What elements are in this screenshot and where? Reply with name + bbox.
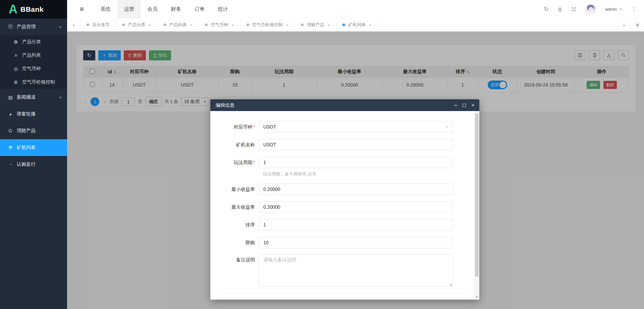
tabs-scroll-left[interactable]: ‹ <box>67 18 80 31</box>
caret-down-icon: ▼ <box>620 8 622 11</box>
tab-air-coin[interactable]: 空气币种 × <box>199 18 240 31</box>
sidebar-item-popup-carousel[interactable]: ◕ 弹窗轮播 <box>0 106 67 122</box>
nav-label: 系统 <box>101 6 111 12</box>
tabs: 后台首页 产品分类 × 产品列表 × 空气币种 × 空气币价格控制 × 理财产品… <box>80 18 617 31</box>
form-row-min-rate: 最小收益率 <box>217 184 468 195</box>
sidebar-item-label: 空气币价格控制 <box>22 79 55 85</box>
list-icon: ≡ <box>13 53 19 58</box>
nav-item-operation[interactable]: 运营 <box>117 0 141 18</box>
cycle-input[interactable] <box>259 157 453 168</box>
scrollbar-down-icon[interactable]: ▼ <box>474 296 479 299</box>
required-mark: * <box>253 124 255 130</box>
refresh-icon[interactable]: ↻ <box>544 6 548 13</box>
cycle-hint: 玩法周期，多个用符号,分开 <box>263 171 468 177</box>
tabs-scroll-right[interactable]: › <box>617 18 631 31</box>
coin-select[interactable]: USDT ▼ <box>259 121 453 133</box>
sidebar-item-air-coin[interactable]: ◎ 空气币种 <box>0 62 67 75</box>
hamburger-icon[interactable]: ≡ <box>80 5 84 13</box>
avatar[interactable] <box>585 4 596 15</box>
more-icon[interactable]: ⋮ <box>631 6 637 13</box>
nav-label: 运营 <box>124 6 134 12</box>
carousel-icon: ◕ <box>7 111 13 117</box>
tab-air-coin-price-control[interactable]: 空气币价格控制 × <box>240 18 295 31</box>
chevron-up-icon: ∧ <box>59 25 62 29</box>
sidebar-item-news-channel[interactable]: ▤ 新闻频道 ∨ <box>0 89 67 106</box>
sidebar-item-label: 产品分类 <box>22 39 41 45</box>
tab-label: 空气币种 <box>211 22 228 28</box>
close-icon[interactable]: × <box>190 22 193 28</box>
sidebar-item-product-list[interactable]: ≡ 产品列表 <box>0 49 67 62</box>
tab-product-list[interactable]: 产品列表 × <box>158 18 199 31</box>
form-row-sort: 排序 <box>217 219 468 230</box>
limit-input[interactable] <box>259 237 453 248</box>
tab-dot <box>87 23 89 26</box>
tab-label: 理财产品 <box>307 22 324 28</box>
news-icon: ▤ <box>7 95 13 100</box>
finance-icon: G <box>7 128 13 134</box>
max-rate-input[interactable] <box>259 201 453 213</box>
tab-dot <box>205 23 208 26</box>
sidebar-item-air-coin-price-control[interactable]: ≣ 空气币价格控制 <box>0 75 67 89</box>
close-icon[interactable]: × <box>231 22 234 28</box>
brand-logo: A BBank <box>0 0 67 18</box>
nav-item-finance[interactable]: 财务 <box>164 0 188 18</box>
remark-textarea[interactable] <box>259 254 453 287</box>
tabs-menu[interactable]: ∨ <box>631 18 644 31</box>
modal-scrollbar[interactable]: ▼ <box>474 111 479 300</box>
nav-label: 统计 <box>218 6 228 12</box>
chevron-down-icon: ∨ <box>59 95 62 100</box>
sidebar-item-label: 产品管理 <box>17 24 36 30</box>
edit-modal: 编辑信息 – × 对应币种* USDT ▼ 矿机名称 玩法周期* 玩法周期，多个… <box>210 99 479 300</box>
form-row-coin: 对应币种* USDT ▼ <box>217 121 468 133</box>
sidebar: A BBank Ⓟ 产品管理 ∧ ✿ 产品分类 ≡ 产品列表 ◎ 空气币种 ≣ … <box>0 0 67 309</box>
maximize-icon[interactable] <box>463 104 466 107</box>
nav-item-order[interactable]: 订单 <box>188 0 211 18</box>
close-icon[interactable]: × <box>149 22 151 28</box>
nav-label: 订单 <box>195 6 205 12</box>
field-label: 对应币种* <box>217 121 259 133</box>
tab-wealth-product[interactable]: 理财产品 × <box>295 18 336 31</box>
sidebar-item-label: 认购发行 <box>17 161 36 167</box>
username[interactable]: admin <box>605 7 617 12</box>
brand-name: BBank <box>20 5 44 13</box>
min-rate-input[interactable] <box>259 184 453 195</box>
form-row-limit: 限购 <box>217 237 468 248</box>
field-label: 最大收益率 <box>217 201 259 213</box>
close-icon[interactable]: × <box>369 22 372 28</box>
close-icon[interactable]: × <box>286 22 289 28</box>
tab-label: 空气币价格控制 <box>252 22 283 28</box>
nav-item-member[interactable]: 会员 <box>141 0 164 18</box>
modal-header[interactable]: 编辑信息 – × <box>210 99 479 111</box>
sidebar-item-wealth-product[interactable]: G 理财产品 <box>0 122 67 139</box>
tab-dot <box>122 23 125 26</box>
nav-item-system[interactable]: 系统 <box>94 0 117 18</box>
sidebar-item-product-management[interactable]: Ⓟ 产品管理 ∧ <box>0 18 67 35</box>
tab-home[interactable]: 后台首页 <box>80 18 116 31</box>
modal-title: 编辑信息 <box>216 102 234 108</box>
sort-input[interactable] <box>259 219 453 230</box>
minimize-icon[interactable]: – <box>454 104 457 107</box>
miner-icon: ⚒ <box>7 145 13 150</box>
fullscreen-icon[interactable] <box>571 7 576 12</box>
nav-label: 财务 <box>171 6 181 12</box>
nav-item-statistics[interactable]: 统计 <box>211 0 235 18</box>
tab-label: 后台首页 <box>92 22 110 28</box>
tab-label: 产品列表 <box>169 22 187 28</box>
sidebar-item-label: 理财产品 <box>17 128 36 134</box>
tab-product-category[interactable]: 产品分类 × <box>116 18 158 31</box>
sidebar-item-miner-list[interactable]: ⚒ 矿机列表 <box>0 139 67 156</box>
product-icon: Ⓟ <box>7 24 13 30</box>
sidebar-item-subscribe-issue[interactable]: ◔ 认购发行 <box>0 156 67 173</box>
required-mark: * <box>253 160 255 165</box>
sidebar-item-label: 弹窗轮播 <box>17 111 36 117</box>
sidebar-item-product-category[interactable]: ✿ 产品分类 <box>0 35 67 49</box>
miner-name-input[interactable] <box>259 139 453 150</box>
close-icon[interactable]: × <box>327 22 330 28</box>
scrollbar-thumb[interactable] <box>475 113 479 277</box>
header-actions: ↻ admin ▼ ⋮ <box>544 4 644 15</box>
tab-miner-list[interactable]: 矿机列表 × <box>336 18 378 31</box>
field-label: 最小收益率 <box>217 184 259 195</box>
close-icon[interactable]: × <box>471 103 475 108</box>
trash-icon[interactable] <box>557 7 562 12</box>
tab-label: 矿机列表 <box>348 22 366 28</box>
